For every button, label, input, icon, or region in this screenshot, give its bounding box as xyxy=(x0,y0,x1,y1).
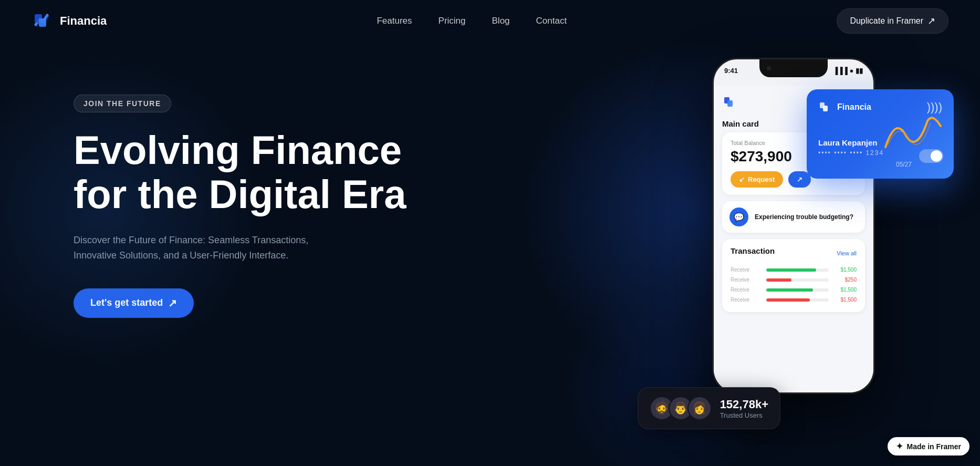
hero-subtitle: Discover the Future of Finance: Seamless… xyxy=(74,233,336,263)
trusted-info: 152,78k+ Trusted Users xyxy=(720,398,768,419)
upload-icon: ↗ xyxy=(797,175,802,183)
speaker-icon xyxy=(799,67,820,70)
phone-send-button[interactable]: ↗ xyxy=(788,171,811,188)
phone-notification: 💬 Experiencing trouble budgeting? xyxy=(722,201,865,233)
phone-notch xyxy=(759,59,828,77)
nav-link-features[interactable]: Features xyxy=(377,16,412,26)
tx-bar-line xyxy=(766,268,829,272)
toggle-circle xyxy=(931,150,942,162)
tx-label: Receive xyxy=(731,287,762,293)
hero-badge: JOIN THE FUTURE xyxy=(74,95,171,112)
tx-amount: $1,500 xyxy=(833,297,857,303)
svg-rect-2 xyxy=(39,18,46,27)
trusted-users-widget: 🧔 👨 👩 152,78k+ Trusted Users xyxy=(638,387,780,429)
nav-cta-label: Duplicate in Framer xyxy=(850,16,923,26)
arrow-icon: ↗ xyxy=(168,297,177,309)
framer-badge[interactable]: ✦ Made in Framer xyxy=(888,437,969,455)
trusted-avatars: 🧔 👨 👩 xyxy=(650,396,712,420)
phone-time: 9:41 xyxy=(724,67,738,75)
nav-brand: Financia xyxy=(32,10,107,32)
hero-left-content: JOIN THE FUTURE Evolving Finance for the… xyxy=(74,63,452,318)
nav-link-pricing[interactable]: Pricing xyxy=(439,16,466,26)
tx-label: Receive xyxy=(731,267,762,273)
hero-section: JOIN THE FUTURE Evolving Finance for the… xyxy=(0,42,980,466)
nav-link-contact[interactable]: Contact xyxy=(536,16,567,26)
card-expiry: 05/27 xyxy=(896,161,912,168)
external-link-icon: ↗ xyxy=(927,15,935,27)
phone-transaction-title: Transaction xyxy=(731,246,775,255)
phone-transaction-header: Transaction View all xyxy=(731,246,857,260)
tx-bar-line xyxy=(766,298,829,302)
credit-card-brand-name: Financia xyxy=(837,102,871,112)
phone-signal-icon: ▐▐▐ ● ▮▮ xyxy=(833,67,863,75)
camera-icon xyxy=(767,66,771,70)
transaction-item: Receive $1,500 xyxy=(731,265,857,275)
tx-label: Receive xyxy=(731,277,762,283)
trusted-count: 152,78k+ xyxy=(720,398,768,411)
svg-rect-6 xyxy=(823,106,828,111)
framer-icon: ✦ xyxy=(896,441,903,451)
brand-name: Financia xyxy=(60,14,107,28)
request-label: Request xyxy=(748,175,775,183)
tx-amount: $1,500 xyxy=(833,267,857,273)
transaction-item: Receive $1,500 xyxy=(731,295,857,305)
tx-bar-fill xyxy=(766,298,810,302)
credit-card: Financia )))) Laura Kepanjen •••• •••• •… xyxy=(807,89,954,179)
hero-visual: 9:41 ▐▐▐ ● ▮▮ Main card xyxy=(570,26,980,466)
phone-app-logo-icon xyxy=(722,94,739,111)
phone-notif-text: Experiencing trouble budgeting? xyxy=(755,213,853,221)
tx-bar-fill xyxy=(766,278,791,282)
phone-view-all[interactable]: View all xyxy=(837,250,857,256)
phone-transaction-card: Transaction View all Receive $1,500 Rece… xyxy=(722,239,865,312)
tx-amount: $1,500 xyxy=(833,287,857,293)
tx-bar-line xyxy=(766,278,829,282)
card-signature-icon xyxy=(880,110,943,152)
duplicate-in-framer-button[interactable]: Duplicate in Framer ↗ xyxy=(837,8,948,34)
svg-rect-4 xyxy=(727,100,733,107)
get-started-label: Let's get started xyxy=(90,297,163,308)
tx-bar-fill xyxy=(766,288,813,292)
phone-notif-icon: 💬 xyxy=(729,208,748,226)
transaction-item: Receive $1,500 xyxy=(731,285,857,295)
transaction-item: Receive $250 xyxy=(731,275,857,285)
navbar: Financia Features Pricing Blog Contact D… xyxy=(0,0,980,42)
hero-title: Evolving Finance for the Digital Era xyxy=(74,128,452,216)
tx-bar-fill xyxy=(766,268,816,272)
tx-label: Receive xyxy=(731,297,762,303)
nav-link-blog[interactable]: Blog xyxy=(492,16,510,26)
avatar-3: 👩 xyxy=(687,396,712,420)
credit-card-logo-icon xyxy=(818,100,833,115)
phone-request-button[interactable]: ↙ Request xyxy=(731,171,783,188)
brand-logo-icon xyxy=(32,10,54,32)
nav-links: Features Pricing Blog Contact xyxy=(377,16,567,26)
hero-title-line1: Evolving Finance xyxy=(74,128,402,172)
trusted-label: Trusted Users xyxy=(720,411,768,419)
hero-title-line2: for the Digital Era xyxy=(74,172,406,216)
credit-card-brand: Financia xyxy=(818,100,871,115)
tx-bar-line xyxy=(766,288,829,292)
card-toggle[interactable] xyxy=(919,149,943,163)
download-icon: ↙ xyxy=(739,175,745,183)
framer-badge-label: Made in Framer xyxy=(907,442,961,451)
tx-amount: $250 xyxy=(833,277,857,283)
get-started-button[interactable]: Let's get started ↗ xyxy=(74,288,194,318)
